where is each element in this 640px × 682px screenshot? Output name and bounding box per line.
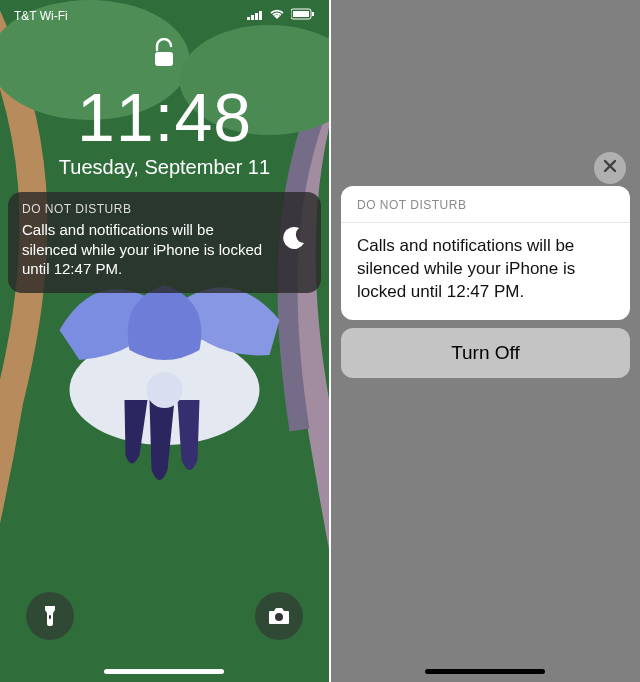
moon-icon [281, 225, 307, 255]
flashlight-button[interactable] [26, 592, 74, 640]
lock-date: Tuesday, September 11 [0, 156, 329, 179]
dnd-detail-title: DO NOT DISTURB [341, 186, 630, 223]
svg-point-4 [146, 372, 182, 408]
turn-off-label: Turn Off [451, 342, 520, 364]
lock-icon [153, 38, 175, 72]
svg-rect-6 [251, 15, 254, 20]
home-indicator[interactable] [425, 669, 545, 674]
dnd-detail-card: DO NOT DISTURB Calls and notifications w… [341, 186, 630, 320]
wifi-icon [269, 8, 285, 23]
svg-point-14 [275, 613, 283, 621]
battery-icon [291, 8, 315, 23]
status-right [247, 8, 315, 23]
carrier-label: T&T Wi-Fi [14, 9, 68, 23]
lock-time: 11:48 [0, 78, 329, 156]
svg-rect-11 [312, 12, 314, 16]
dnd-detail-screen: DO NOT DISTURB Calls and notifications w… [331, 0, 640, 682]
svg-rect-8 [259, 11, 262, 20]
camera-button[interactable] [255, 592, 303, 640]
turn-off-button[interactable]: Turn Off [341, 328, 630, 378]
svg-rect-10 [293, 11, 309, 17]
dnd-detail-body: Calls and notifications will be silenced… [341, 223, 630, 320]
dnd-notification[interactable]: DO NOT DISTURB Calls and notifications w… [8, 192, 321, 293]
close-icon [603, 159, 617, 177]
svg-rect-7 [255, 13, 258, 20]
svg-rect-13 [49, 615, 51, 619]
status-bar: T&T Wi-Fi [0, 8, 329, 23]
close-button[interactable] [594, 152, 626, 184]
svg-rect-12 [155, 52, 173, 66]
dnd-body: Calls and notifications will be silenced… [22, 220, 271, 279]
home-indicator[interactable] [104, 669, 224, 674]
svg-rect-5 [247, 17, 250, 20]
dnd-title: DO NOT DISTURB [22, 202, 271, 216]
cellular-icon [247, 9, 263, 23]
lock-screen: T&T Wi-Fi 11:48 Tuesday, September 11 DO… [0, 0, 329, 682]
